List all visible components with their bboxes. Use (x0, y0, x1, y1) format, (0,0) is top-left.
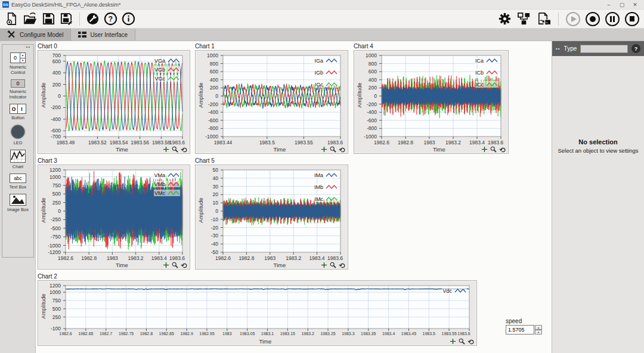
app-icon: DS (2, 1, 9, 8)
legend-item[interactable]: VGa (154, 57, 180, 64)
x-axis-label: Time (259, 338, 272, 345)
y-tick-label: 1000 (196, 52, 218, 58)
x-tick-label: 1983.2 (441, 140, 465, 145)
panel-collapse-handle[interactable]: •• (556, 46, 561, 51)
cursor-tool-icon[interactable] (321, 262, 327, 268)
settings-gear-icon[interactable] (498, 12, 512, 26)
minimize-button[interactable]: – (602, 1, 615, 9)
save-as-icon[interactable] (60, 12, 73, 26)
play-icon[interactable] (566, 12, 580, 26)
svg-text:?: ? (109, 15, 113, 23)
chart-2-widget[interactable]: Chart 2 12001000750500250-1001982.61982.… (38, 273, 477, 346)
legend-item[interactable]: IMb (314, 184, 338, 190)
chart-3-widget[interactable]: Chart 3 120010007505002500-250-500-750-1… (38, 157, 190, 270)
x-tick-label: 1983.55 (292, 140, 315, 145)
pan-tool-icon[interactable] (339, 262, 345, 268)
type-filter-input[interactable] (580, 45, 628, 53)
tab-configure-model[interactable]: Configure Model (0, 29, 71, 41)
y-tick-label: 1000 (38, 174, 61, 180)
legend-line-sample (326, 184, 338, 190)
panel-help-icon[interactable]: ? (631, 44, 640, 53)
record-icon[interactable] (586, 12, 600, 26)
zoom-tool-icon[interactable] (172, 262, 178, 268)
save-icon[interactable] (42, 12, 55, 26)
close-button[interactable]: ✕ (628, 1, 642, 9)
x-tick-label: 1983 (258, 255, 282, 261)
palette-item-chart[interactable]: Chart (3, 150, 33, 169)
cursor-tool-icon[interactable] (450, 338, 456, 345)
cursor-tool-icon[interactable] (163, 146, 169, 153)
chart-title: Chart 4 (354, 43, 509, 50)
chart-5-widget[interactable]: Chart 5 50403020100-10-20-30-40-501982.6… (195, 157, 348, 270)
zoom-tool-icon[interactable] (330, 146, 336, 153)
legend-label: ICb (475, 70, 484, 76)
speed-spinner[interactable]: ▲▼ (535, 325, 542, 335)
design-canvas[interactable]: Chart 0 7006004002000-200-400-600-700198… (36, 41, 552, 353)
graph-tools (321, 146, 345, 153)
zoom-tool-icon[interactable] (330, 262, 336, 268)
no-selection-subtitle: Select an object to view settings (552, 147, 644, 154)
chart-1-widget[interactable]: Chart 1 10008006004002000-200-400-600-80… (195, 43, 348, 154)
chart-0-widget[interactable]: Chart 0 7006004002000-200-400-600-700198… (38, 43, 190, 154)
legend-item[interactable]: VGb (154, 66, 180, 73)
speed-input[interactable] (506, 325, 534, 335)
topology-icon[interactable] (517, 12, 531, 26)
speed-control[interactable]: speed ▲▼ (506, 318, 547, 335)
x-tick-label: 1982.6 (211, 255, 235, 261)
chart-legend: IGaIGbIGc (314, 57, 338, 88)
open-file-icon[interactable] (23, 12, 38, 26)
palette-item-text-box[interactable]: abc Text Box (3, 174, 33, 190)
zoom-tool-icon[interactable] (490, 146, 497, 153)
x-tick-label: 1983.52 (85, 140, 109, 145)
zoom-tool-icon[interactable] (172, 146, 178, 153)
pan-tool-icon[interactable] (467, 338, 474, 345)
legend-item[interactable]: VGc (154, 75, 180, 82)
legend-item[interactable]: ICb (475, 69, 499, 76)
palette-item-numeric-control[interactable]: 0 ▲▼ Numeric Control (3, 52, 33, 75)
palette-item-label: Image Box (3, 207, 33, 212)
y-tick-label: 40 (196, 175, 218, 181)
palette-item-label: Numeric Control (3, 64, 33, 75)
chart-4-widget[interactable]: Chart 4 10008006004002000-200-400-600-80… (354, 43, 509, 154)
pan-tool-icon[interactable] (181, 146, 187, 153)
legend-item[interactable]: ICc (475, 81, 499, 88)
legend-item[interactable]: VMb (153, 181, 180, 187)
tab-user-interface[interactable]: User Interface (71, 29, 135, 41)
legend-item[interactable]: IMa (314, 172, 338, 178)
cursor-tool-icon[interactable] (321, 146, 327, 153)
cursor-tool-icon[interactable] (163, 262, 169, 268)
x-tick-label: 1983.49 (54, 140, 78, 145)
pan-tool-icon[interactable] (339, 146, 345, 153)
legend-line-sample (486, 57, 498, 64)
palette-item-numeric-indicator[interactable]: 0 Numeric Indicator (3, 79, 33, 100)
legend-item[interactable]: IGc (314, 81, 338, 88)
cursor-tool-icon[interactable] (481, 146, 488, 153)
help-circle-icon[interactable]: ? (104, 12, 117, 26)
pan-tool-icon[interactable] (181, 262, 187, 268)
info-circle-icon[interactable] (122, 12, 135, 26)
legend-item[interactable]: VMa (153, 172, 180, 178)
pause-icon[interactable] (605, 12, 620, 26)
script-export-icon[interactable]: >_ (536, 12, 551, 26)
legend-item[interactable]: IMc (314, 196, 339, 202)
maximize-button[interactable]: ▢ (615, 1, 628, 9)
x-tick-label: 1983.2 (281, 255, 305, 261)
legend-item[interactable]: IGb (314, 69, 338, 76)
palette-collapse-handle[interactable]: •• (26, 44, 30, 49)
x-axis-label: Time (116, 262, 128, 268)
palette-item-image-box[interactable]: Image Box (3, 194, 33, 212)
svg-text:>_: >_ (546, 21, 550, 25)
tools-circle-icon[interactable] (86, 12, 100, 26)
palette-item-label: Numeric Indicator (3, 89, 33, 100)
pan-tool-icon[interactable] (499, 146, 506, 153)
x-axis-label: Time (274, 146, 286, 153)
legend-item[interactable]: Vdc (442, 287, 467, 294)
legend-item[interactable]: IGa (314, 57, 338, 64)
legend-item[interactable]: ICa (475, 57, 499, 64)
palette-item-button[interactable]: OI Button (3, 104, 33, 120)
legend-item[interactable]: VMc (154, 190, 180, 196)
palette-item-led[interactable]: LED (3, 125, 33, 145)
stop-icon[interactable] (625, 12, 639, 26)
new-file-icon[interactable] (5, 12, 18, 26)
zoom-tool-icon[interactable] (459, 338, 465, 345)
